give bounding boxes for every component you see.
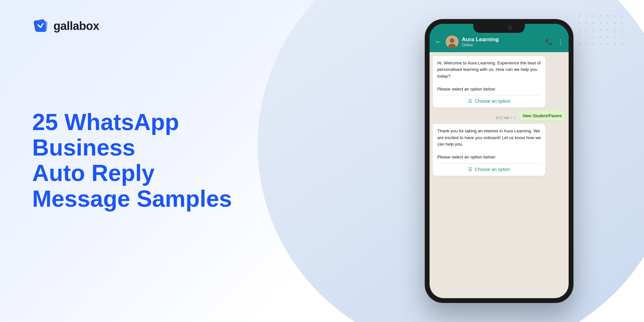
- contact-status: Online: [462, 43, 542, 47]
- headline-section: 25 WhatsApp Business Auto Reply Message …: [32, 109, 258, 212]
- list-icon-2: ☰: [468, 167, 472, 172]
- phone-notch: [473, 24, 525, 33]
- contact-avatar: [446, 35, 459, 48]
- choose-option-btn-1[interactable]: ☰ Choose an option: [437, 97, 541, 105]
- read-receipt-icon: ✓✓: [510, 115, 517, 120]
- logo: gallabox: [32, 18, 99, 34]
- message-received-2: Thank you for taking an interest in Aura…: [433, 124, 545, 175]
- message-received-1: Hi, Welcome to Aura Learning. Experience…: [433, 56, 545, 108]
- chat-area: Hi, Welcome to Aura Learning. Experience…: [430, 52, 569, 298]
- page-title: 25 WhatsApp Business Auto Reply Message …: [32, 109, 258, 212]
- header-actions: 📞 ⋮: [545, 38, 564, 45]
- back-icon[interactable]: ←: [435, 38, 442, 46]
- phone-mockup: ← Aura Learning Online 📞 ⋮: [425, 19, 573, 303]
- gallabox-logo-icon: [32, 18, 49, 34]
- choose-option-btn-2[interactable]: ☰ Choose an option: [437, 166, 541, 173]
- contact-info: Aura Learning Online: [462, 36, 542, 47]
- dot-pattern: [576, 13, 625, 47]
- message-divider-2: [437, 163, 541, 164]
- contact-name: Aura Learning: [462, 36, 542, 43]
- message-text-1: Hi, Welcome to Aura Learning. Experience…: [437, 60, 541, 92]
- phone-screen: ← Aura Learning Online 📞 ⋮: [430, 24, 569, 298]
- message-text-2: Thank you for taking an interest in Aura…: [437, 128, 541, 160]
- phone-camera: [508, 26, 512, 30]
- message-sent-1: New Student/Parent: [519, 111, 565, 121]
- phone-frame: ← Aura Learning Online 📞 ⋮: [425, 19, 573, 303]
- message-divider-1: [437, 95, 541, 95]
- list-icon-1: ☰: [468, 99, 472, 104]
- call-icon[interactable]: 📞: [545, 38, 553, 45]
- logo-text: gallabox: [53, 19, 99, 33]
- svg-point-4: [450, 38, 454, 43]
- message-meta: 8:17 AM ✓✓: [496, 115, 517, 120]
- more-icon[interactable]: ⋮: [558, 38, 564, 45]
- message-sent-wrapper: 8:17 AM ✓✓ New Student/Parent: [496, 111, 565, 121]
